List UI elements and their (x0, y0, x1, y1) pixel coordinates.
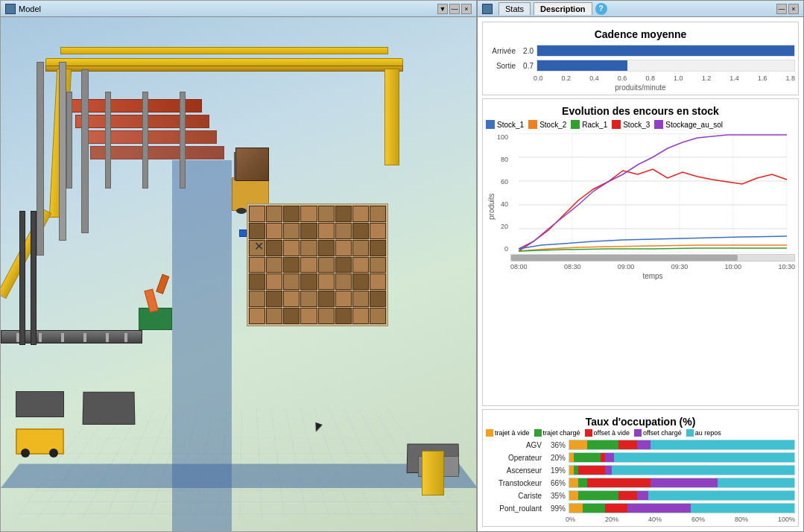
legend-stockage: Stockage_au_sol (654, 120, 723, 129)
taux-legend: trajet à vide trajet chargé offset à vid… (486, 429, 795, 437)
taux-trajet-vide-color (486, 429, 493, 437)
minimize-button[interactable]: — (449, 4, 460, 14)
taux-repos-color (686, 429, 694, 437)
taux-segment (618, 440, 636, 449)
taux-segment (587, 478, 651, 487)
conveyor-road-h (1, 463, 477, 488)
model-title-controls: ▼ — × (437, 4, 472, 14)
taux-segment (718, 478, 794, 487)
cadence-sortie-bar-container (536, 60, 795, 72)
taux-segment (578, 478, 587, 487)
legend-stock3: Stock_3 (612, 120, 650, 129)
scene-canvas[interactable]: ✕ (1, 17, 477, 532)
cadence-sortie-bar (537, 60, 627, 71)
pallet-cell (352, 257, 369, 273)
pallet-cell (370, 291, 386, 307)
legend-rack1: Rack_1 (571, 120, 607, 129)
pallet-cell (283, 273, 300, 290)
legend-stockage-color (654, 120, 663, 129)
legend-stock2-color (528, 120, 537, 129)
cadence-arrivee-bar-container (536, 45, 795, 57)
taux-row-pct: 20% (545, 454, 566, 462)
pallet-cell (318, 257, 335, 273)
robot-arm-lower (156, 274, 169, 294)
pole3 (81, 69, 89, 233)
legend-stock2: Stock_2 (528, 120, 566, 129)
evolution-scrollbar-thumb[interactable] (511, 255, 738, 261)
stockage-line (519, 135, 787, 249)
taux-x-axis: 0% 20% 40% 60% 80% 100% (486, 516, 795, 523)
pallet-cell (335, 206, 352, 222)
pallet-cell (300, 240, 317, 256)
gantry-front-rail (45, 66, 403, 72)
pallet-cell (352, 206, 369, 222)
evolution-scrollbar[interactable] (510, 254, 795, 262)
taux-bar-container (569, 503, 795, 513)
pallet-cell (249, 206, 265, 222)
evolution-legend: Stock_1 Stock_2 Rack_1 Stock_3 Stockage_… (486, 118, 795, 130)
pallet-cell (318, 240, 335, 256)
evolution-title: Evolution des encours en stock (486, 102, 795, 118)
taux-row-pct: 66% (545, 479, 566, 487)
platform-1 (83, 392, 136, 425)
pallet-cell (352, 308, 369, 324)
pallet-cell (283, 240, 300, 256)
taux-segment (605, 466, 612, 475)
help-icon[interactable]: ? (595, 3, 607, 15)
taux-segment (691, 504, 794, 513)
taux-row-name: AGV (486, 441, 542, 449)
evolution-y-values: 100 80 60 40 20 0 (497, 133, 510, 253)
pallet-cell (249, 308, 265, 324)
model-panel: Model ▼ — × (0, 0, 477, 532)
cadence-x-axis: 0.0 0.2 0.4 0.6 0.8 1.0 1.2 1.4 1.6 1.8 (486, 75, 795, 82)
stats-minimize-button[interactable]: — (776, 4, 787, 14)
small-vehicle (16, 428, 64, 455)
taux-row: Pont_roulant99% (486, 503, 795, 513)
taux-row-name: Transtockeur (486, 479, 542, 487)
stats-tab[interactable]: Stats (498, 2, 531, 15)
stats-close-button[interactable]: × (788, 4, 799, 14)
taux-trajet-charge-label: trajet chargé (543, 429, 580, 437)
stats-content: Cadence moyenne Arrivée 2.0 Sortie 0.7 (478, 17, 803, 531)
cadence-sortie-label: Sortie (486, 62, 516, 70)
description-tab[interactable]: Description (534, 2, 592, 15)
legend-stock3-color (612, 120, 621, 129)
pallet-cell (249, 223, 265, 239)
legend-stockage-label: Stockage_au_sol (665, 121, 723, 129)
taux-segment (637, 491, 648, 500)
pallet-cell (352, 291, 369, 307)
model-titlebar: Model ▼ — × (1, 1, 476, 17)
taux-segment (605, 504, 627, 513)
evolution-section: Evolution des encours en stock Stock_1 S… (482, 98, 799, 406)
taux-legend-trajet-charge: trajet chargé (534, 429, 580, 437)
taux-row: AGV36% (486, 440, 795, 450)
taux-bar-container (569, 440, 795, 450)
pallet-cell (249, 273, 265, 290)
cadence-x-unit: produits/minute (486, 82, 795, 92)
taux-segment (587, 440, 618, 449)
pole2 (59, 62, 66, 241)
taux-segment (651, 440, 794, 449)
cadence-title: Cadence moyenne (486, 25, 795, 42)
taux-segment (569, 491, 578, 500)
taux-legend-repos: au repos (686, 429, 721, 437)
taux-offset-vide-color (585, 429, 592, 437)
legend-stock2-label: Stock_2 (539, 121, 566, 129)
taux-segment (627, 504, 691, 513)
taux-segment (574, 453, 601, 462)
model-title-icon (5, 4, 16, 14)
evolution-chart-area: produits 100 80 60 40 20 0 (486, 133, 795, 280)
legend-stock1: Stock_1 (486, 120, 524, 129)
rack-posts2 (105, 92, 111, 189)
pallet-cell (266, 240, 282, 256)
dropdown-arrow-icon[interactable]: ▼ (437, 4, 448, 14)
pallet-cell (352, 273, 369, 290)
pallet-cell (335, 291, 352, 307)
pallet-cell (300, 223, 317, 239)
cadence-arrivee-value: 2.0 (519, 47, 534, 55)
taux-segment (578, 491, 618, 500)
taux-row-pct: 19% (545, 466, 566, 475)
dark-pole-1 (19, 211, 25, 345)
close-button[interactable]: × (461, 4, 472, 14)
cargo-box (235, 148, 269, 181)
